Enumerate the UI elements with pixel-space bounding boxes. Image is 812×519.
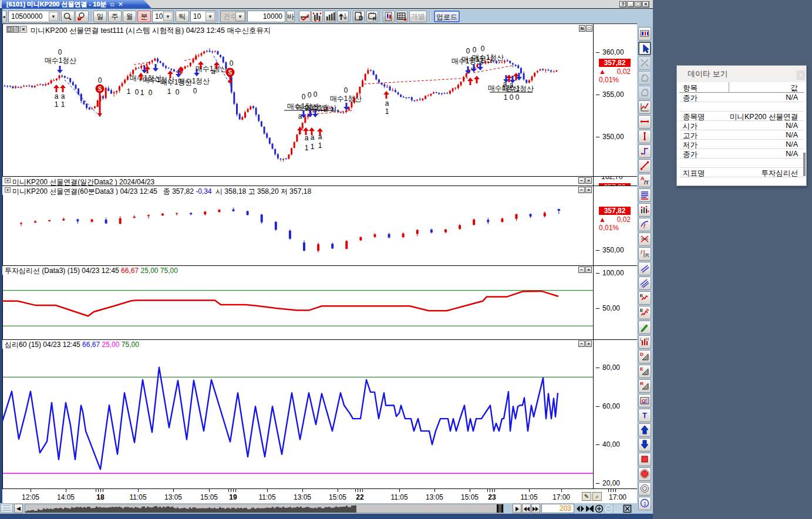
period-week-button[interactable]: 주 (108, 11, 122, 22)
bar-count-input[interactable]: 203 (541, 504, 574, 513)
chevron-down-icon[interactable]: ▼ (235, 12, 245, 21)
channel-icon[interactable] (638, 277, 651, 290)
zoom-in-icon[interactable] (595, 504, 604, 513)
cross-tool-icon[interactable] (638, 56, 651, 70)
magnify-icon[interactable]: ⌕ (592, 492, 602, 501)
minute-combobox[interactable]: 10▼ (152, 11, 174, 22)
upload-button[interactable]: 업로드 (434, 11, 460, 22)
parallel-lines-icon[interactable] (638, 262, 651, 275)
text-note-icon[interactable]: A/T (638, 174, 651, 187)
chevron-down-icon[interactable]: ▼ (205, 12, 215, 21)
period-month-button[interactable]: 월 (123, 11, 136, 22)
fibonacci-icon[interactable]: f (638, 218, 651, 231)
panel-close-icon[interactable]: × (585, 341, 592, 347)
bar-count-field[interactable]: 10000 (247, 11, 285, 22)
bar-dots-icon[interactable] (638, 203, 651, 217)
close-view-icon[interactable] (623, 504, 632, 513)
horizontal-trendline-icon[interactable] (638, 115, 651, 129)
tick-button[interactable]: 틱 (176, 11, 189, 22)
linked-chart-icon[interactable] (638, 27, 651, 41)
scroll-left-button[interactable]: ◀ (14, 504, 23, 513)
link-chain-icon[interactable]: ⧉ (110, 0, 114, 9)
number-marker-icon[interactable]: 1 (638, 497, 651, 510)
d-zone-icon[interactable]: D (638, 350, 651, 363)
minimize-button[interactable]: _ (627, 1, 634, 8)
maximize-button[interactable]: □ (635, 1, 642, 8)
scroll-forward-button[interactable] (531, 504, 540, 513)
chevron-down-icon[interactable]: ▼ (163, 12, 173, 21)
panel-minimize-icon[interactable]: − (578, 187, 585, 193)
expand-horizontal-icon[interactable] (576, 504, 585, 513)
candle-report-icon[interactable] (383, 11, 395, 22)
pencil-icon[interactable] (638, 321, 651, 334)
scrollbar-grip[interactable] (1, 504, 13, 513)
data-page-icon[interactable]: D (353, 11, 365, 22)
fib-retrace-icon[interactable]: fR (638, 247, 651, 261)
panel-minimize-icon[interactable]: − (578, 177, 585, 184)
code-combobox[interactable]: 10500000▼ (8, 11, 59, 22)
scrollbar-thumb[interactable] (497, 504, 503, 513)
help-button[interactable]: ? (619, 1, 626, 8)
signal-bars-icon[interactable] (311, 11, 323, 22)
quote-icon[interactable]: Q (638, 394, 651, 407)
tab-close-icon[interactable]: ✕ (118, 0, 123, 9)
panel-minimize-icon[interactable]: − (578, 341, 585, 347)
window-title-tab[interactable]: [6101] 미니KP200 선물연결 - 10분⧉✕ (2, 0, 152, 9)
symbol-search-back-button[interactable] (75, 11, 89, 22)
panel-close-icon[interactable]: × (585, 267, 592, 273)
data-view-close-icon[interactable]: × (797, 70, 805, 80)
indicator-line-icon[interactable] (299, 11, 311, 22)
panel-close-icon[interactable]: × (585, 177, 592, 184)
elliott-wave2-icon[interactable]: E (638, 306, 651, 319)
e-zone-icon[interactable]: E (638, 365, 651, 378)
hand-chart-icon[interactable] (638, 86, 651, 99)
r-zone-icon[interactable]: R (638, 379, 651, 393)
elliott-wave-icon[interactable]: E (638, 291, 651, 305)
data-view-scrollbar[interactable] (803, 153, 806, 176)
annotate-pencil-icon[interactable]: ✎ (582, 492, 591, 501)
pattern-x-icon[interactable] (638, 232, 651, 246)
scroll-rewind-button[interactable] (522, 504, 531, 513)
half-line-icon[interactable] (638, 144, 651, 158)
horizontal-lines-icon[interactable] (638, 188, 651, 202)
rings-marker-icon[interactable] (638, 482, 651, 496)
bar-button[interactable]: 바 (287, 11, 295, 22)
volume-bars-icon[interactable] (324, 11, 336, 22)
low-high-icon[interactable]: LH (638, 335, 651, 349)
panel-minimize-icon[interactable]: − (578, 267, 585, 273)
data-grid-icon[interactable] (396, 11, 407, 22)
panel-maximize-icon[interactable]: □ (586, 25, 592, 32)
grid-view-icon[interactable] (614, 504, 622, 513)
sort-arrows-icon[interactable] (337, 11, 349, 22)
chevron-down-icon[interactable]: ▼ (49, 12, 58, 21)
square-marker-icon[interactable] (638, 453, 651, 466)
arrow-up-tool-icon[interactable] (638, 423, 651, 437)
zoom-out-icon[interactable] (604, 504, 613, 513)
panel-normal-icon[interactable]: N (579, 25, 585, 32)
data-view-title: 데이타 보기 (677, 66, 806, 82)
text-tool-icon[interactable]: T (638, 409, 651, 422)
count-combobox[interactable]: 건수▼ (220, 11, 246, 22)
current-price-change-pct: 0,01% (599, 76, 631, 84)
vertical-line-icon[interactable] (638, 130, 651, 143)
scroll-right-button[interactable] (513, 504, 521, 513)
chart-canvas[interactable]: 0매수1청산aa110S매수1청산매수1청산매수1청산매수1청산매수1청산101… (2, 24, 637, 503)
arrow-down-tool-icon[interactable] (638, 438, 651, 451)
jump-end-icon[interactable] (585, 504, 594, 513)
open-label: 시 (215, 187, 223, 195)
symbol-search-button[interactable] (61, 11, 75, 22)
individual-button[interactable]: 개별 (409, 11, 427, 22)
cursor-icon[interactable] (638, 42, 651, 55)
diagonal-trendline-icon[interactable] (638, 159, 651, 173)
close-button[interactable]: × (642, 1, 649, 8)
test-badge-close-icon[interactable]: × (20, 26, 27, 33)
realtime-screen-icon[interactable]: R (366, 11, 378, 22)
period-minute-button[interactable]: 분 (137, 11, 151, 22)
circle-marker-icon[interactable] (638, 467, 651, 481)
hand-edit-icon[interactable] (638, 71, 651, 85)
mini-chart-icon[interactable] (638, 100, 651, 114)
scrollbar-track[interactable] (25, 504, 504, 513)
tick-combobox[interactable]: 10▼ (190, 11, 216, 22)
panel-close-icon[interactable]: × (585, 187, 592, 193)
period-day-button[interactable]: 일 (93, 11, 107, 22)
